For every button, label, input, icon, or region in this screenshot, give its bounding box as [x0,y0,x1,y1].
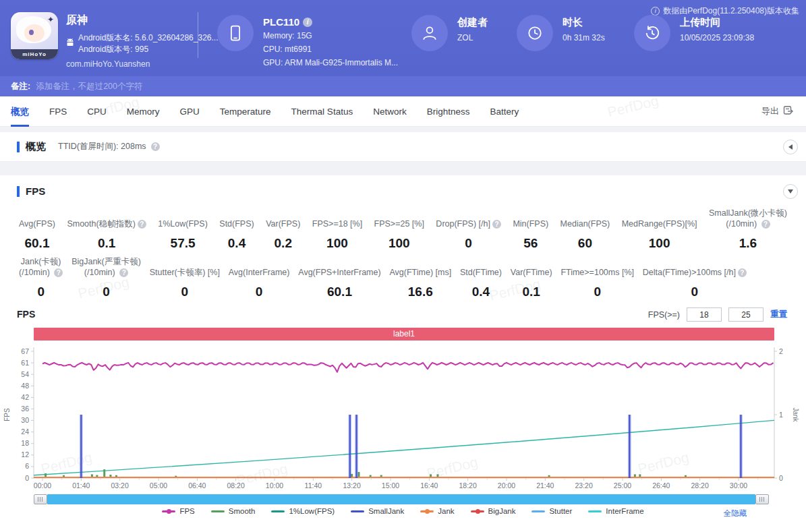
collapse-overview-button[interactable] [783,140,798,154]
export-button[interactable]: 导出 [761,105,794,117]
device-name: PLC110 [263,16,299,28]
section-accent-bar [17,142,20,152]
svg-text:03:20: 03:20 [111,481,129,490]
legend-item-interframe[interactable]: InterFrame [588,507,643,515]
legend-item-smooth[interactable]: Smooth [211,507,256,515]
upload-time-block: 上传时间 10/05/2025 23:09:38 [634,15,754,51]
svg-text:23:20: 23:20 [575,481,593,490]
svg-text:0: 0 [25,474,29,482]
help-icon[interactable]: ? [151,142,160,151]
legend-item-smalljank[interactable]: SmallJank [351,507,404,515]
device-memory: Memory: 15G [263,30,398,41]
svg-text:25:00: 25:00 [614,481,631,490]
collapse-fps-button[interactable] [783,184,798,199]
creator-block: 创建者 ZOL [411,15,488,51]
metric-avg-interframe: Avg(InterFrame)0 [229,256,290,299]
app-name: 原神 [66,13,218,28]
svg-text:30:00: 30:00 [730,481,747,490]
note-placeholder: 添加备注，不超过200个字符 [36,81,142,92]
metric-fps-ge25: FPS>=25 [%]100 [374,208,424,251]
metric-stutter: Stutter(卡顿率) [%]0 [150,256,220,299]
tab-fps[interactable]: FPS [49,96,67,127]
legend-marker [420,508,434,514]
fps-threshold-label: FPS(>=) [648,310,680,320]
scrollbar-left-handle[interactable] [34,494,47,504]
legend-marker [211,508,225,514]
fps-threshold-input-1[interactable] [687,307,722,322]
reset-threshold-button[interactable]: 重置 [770,309,787,320]
duration-label: 时长 [563,16,605,29]
legend-item-jank[interactable]: Jank [420,507,454,515]
hide-all-button[interactable]: 全隐藏 [724,508,747,519]
device-gpu: GPU: ARM Mali-G925-Immortalis M... [263,57,398,68]
svg-text:13:20: 13:20 [343,481,361,490]
tab-gpu[interactable]: GPU [180,96,200,127]
app-package: com.miHoYo.Yuanshen [66,59,218,69]
tab-battery[interactable]: Battery [490,96,519,127]
legend-item-bigjank[interactable]: BigJank [471,507,516,515]
svg-text:Jank: Jank [792,407,799,422]
scrollbar-track[interactable] [47,494,755,504]
legend-marker [531,508,545,514]
android-version-code: Android版本号: 995 [78,45,148,54]
help-icon[interactable]: ? [738,268,747,277]
help-icon[interactable]: ? [138,220,146,229]
fps-threshold-input-2[interactable] [728,307,764,322]
tab-thermal-status[interactable]: Thermal Status [291,96,353,127]
legend-item-stutter[interactable]: Stutter [531,507,572,515]
svg-text:1: 1 [779,411,783,419]
svg-text:20:00: 20:00 [498,481,515,490]
help-icon[interactable]: ? [54,268,63,277]
chevron-left-icon [788,144,793,150]
svg-text:6: 6 [25,462,29,470]
svg-text:10:00: 10:00 [266,481,283,490]
duration-block: 时长 0h 31m 32s [517,15,605,51]
tab-bar: 概览 FPS CPU Memory GPU Temperature Therma… [0,96,806,127]
svg-text:28:20: 28:20 [691,481,709,490]
tab-overview[interactable]: 概览 [11,96,29,127]
note-bar[interactable]: 备注: 添加备注，不超过200个字符 [0,76,806,96]
metric-drop-fps: Drop(FPS) [/h]?0 [436,208,501,251]
help-icon[interactable]: ? [119,268,128,277]
scrollbar-right-handle[interactable] [755,494,769,504]
tab-temperature[interactable]: Temperature [220,96,271,127]
svg-text:54: 54 [21,370,29,378]
svg-text:61: 61 [21,359,29,367]
report-header: i 数据由PerfDog(11.2.250408)版本收集 ✦ miHoYo 原… [0,0,806,76]
app-info-block: ✦ miHoYo 原神 Android版本名: 5.6.0_32604286_3… [11,12,218,69]
metric-min-fps: Min(FPS)56 [513,208,548,251]
fps-metrics-row2: Jank(卡顿)(/10min) ?0 BigJank(严重卡顿)(/10min… [0,256,806,299]
perfdog-report-page: i 数据由PerfDog(11.2.250408)版本收集 ✦ miHoYo 原… [0,0,806,532]
app-icon-brand: miHoYo [11,49,58,59]
svg-text:30: 30 [21,416,29,424]
tab-cpu[interactable]: CPU [87,96,107,127]
legend-item-1pct-low[interactable]: 1%Low(FPS) [271,507,335,515]
svg-text:42: 42 [21,393,29,401]
overview-section: 概览 TTID(首屏时间): 208ms ? [0,132,806,162]
svg-text:15:00: 15:00 [382,481,399,490]
svg-text:16:40: 16:40 [420,481,438,490]
metric-bigjank: BigJank(严重卡顿)(/10min) ?0 [71,256,141,299]
fps-chart[interactable]: 061218243036424854616701200:0001:4003:20… [0,342,806,493]
legend-marker [271,508,285,514]
help-icon[interactable]: ? [492,220,501,229]
upload-time-label: 上传时间 [680,16,754,29]
svg-text:36: 36 [21,405,29,413]
legend-item-fps[interactable]: FPS [162,507,194,515]
svg-text:01:40: 01:40 [72,481,90,490]
svg-text:24: 24 [21,427,29,436]
legend-marker [162,508,175,514]
svg-text:18:20: 18:20 [459,481,477,490]
device-info-icon[interactable]: i [303,18,312,27]
svg-text:FPS: FPS [3,408,11,421]
section-accent-bar [17,186,20,197]
tab-memory[interactable]: Memory [127,96,160,127]
help-icon[interactable]: ? [761,220,770,229]
tab-network[interactable]: Network [373,96,407,127]
chevron-down-icon [788,189,793,194]
legend-marker [471,508,484,514]
svg-text:05:00: 05:00 [150,481,167,490]
tab-brightness[interactable]: Brightness [427,96,470,127]
device-info-block: PLC110 i Memory: 15G CPU: mt6991 GPU: AR… [217,15,398,68]
metric-1pct-low: 1%Low(FPS)57.5 [158,208,208,251]
